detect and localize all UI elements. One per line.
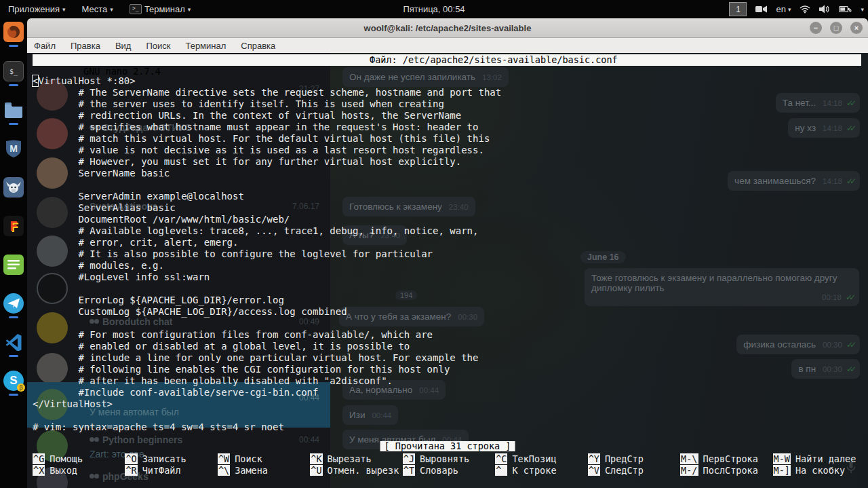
editor-text[interactable]: <VirtualHost *:80> # The ServerName dire…	[33, 75, 868, 433]
shortcut-label: Выровнять	[420, 453, 469, 464]
shortcut-label: ПредСтр	[605, 453, 644, 464]
shortcut-key: ^Y	[588, 453, 600, 464]
faraday-icon[interactable]: F	[3, 216, 24, 236]
shortcut-key: ^U	[310, 465, 322, 476]
applications-menu-label: Приложения	[8, 4, 60, 14]
shortcut-key: M-/	[680, 465, 698, 476]
workspace-indicator[interactable]: 1	[729, 2, 747, 16]
terminal-app-menu-label: Терминал	[144, 4, 185, 14]
editor-line: # redirection URLs. In the context of vi…	[33, 110, 868, 121]
nano-shortcut: ^GПомощь	[33, 453, 125, 465]
file-manager-icon[interactable]	[3, 100, 24, 120]
menu-help[interactable]: Справка	[241, 41, 275, 51]
notes-icon[interactable]	[3, 255, 24, 275]
minimize-button[interactable]: −	[810, 22, 822, 34]
editor-line: # modules, e.g.	[33, 260, 868, 271]
menu-edit[interactable]: Правка	[71, 41, 100, 51]
close-button[interactable]: ×	[850, 22, 863, 34]
desktop: { "panel": { "menus": [ {"label":"Прилож…	[0, 0, 868, 488]
editor-line: # For most configuration files from conf…	[33, 329, 868, 341]
shortcut-key: ^J	[403, 453, 415, 464]
shortcut-label: Замена	[235, 465, 268, 476]
shortcut-label: Записать	[142, 453, 186, 464]
top-panel: Приложения ▾ Места ▾ >_ Терминал ▾ Пятни…	[0, 0, 868, 18]
menu-terminal[interactable]: Терминал	[185, 41, 226, 51]
nano-shortcut: ^XВыход	[33, 465, 125, 476]
maximize-button[interactable]: □	[830, 22, 842, 34]
nano-shortcut: ^WПоиск	[218, 453, 310, 465]
terminal-window: woolf@kali: /etc/apache2/sites-available…	[27, 18, 868, 488]
shortcut-label: На скобку	[795, 465, 845, 476]
nano-shortcut: ^CТекПозиц	[495, 453, 587, 465]
shortcut-label: Выход	[50, 465, 77, 476]
nano-shortcut: M-/ПослСтрока	[680, 465, 772, 476]
nano-shortcut: ^\Замена	[218, 465, 310, 476]
terminal-viewport[interactable]: 21:27 СтудРада ФОТИУС Sveta Antipova 7.0…	[27, 53, 868, 488]
terminal-app-menu[interactable]: >_ Терминал ▾	[121, 0, 199, 18]
keyboard-layout-label: en	[776, 4, 785, 14]
shortcut-label: Найти далее	[795, 453, 856, 464]
volume-icon[interactable]	[819, 5, 830, 14]
editor-line: # It is also possible to configure the l…	[33, 248, 868, 260]
shortcut-label: Вырезать	[328, 453, 372, 464]
running-indicator	[9, 355, 18, 357]
editor-line: # after it has been globally disabled wi…	[33, 375, 868, 387]
chevron-down-icon: ▾	[110, 6, 113, 13]
telegram-icon[interactable]	[3, 293, 24, 314]
screen-recorder-icon[interactable]	[755, 5, 767, 14]
menu-search[interactable]: Поиск	[146, 41, 170, 51]
shortcut-label: К строке	[512, 465, 556, 476]
editor-line: #LogLevel info ssl:warn	[33, 271, 868, 283]
places-menu-label: Места	[82, 4, 108, 14]
shortcut-key: ^G	[33, 453, 45, 464]
editor-line: ServerAdmin example@localhost	[33, 191, 868, 202]
nano-status-message: [ Прочитана 31 строка ]	[380, 441, 515, 451]
shortcut-key: ^T	[403, 465, 415, 476]
shortcut-key: M-W	[773, 453, 791, 464]
window-menubar: Файл Правка Вид Поиск Терминал Справка	[27, 38, 868, 53]
editor-line: ErrorLog ${APACHE_LOG_DIR}/error.log	[33, 295, 868, 306]
shortcut-label: Словарь	[420, 465, 458, 476]
shortcut-label: Помощь	[50, 453, 83, 464]
editor-line: DocumentRoot /var/www/html/basic/web/	[33, 214, 868, 225]
shortcut-label: СледСтр	[605, 465, 644, 476]
places-menu[interactable]: Места ▾	[74, 0, 121, 18]
shortcut-key: ^R	[125, 465, 137, 476]
shortcut-key: M-\	[680, 453, 698, 464]
beef-icon[interactable]	[3, 177, 24, 198]
shortcut-key: M-]	[773, 465, 791, 476]
nano-shortcut: ^OЗаписать	[125, 453, 217, 465]
battery-icon[interactable]	[839, 5, 852, 14]
shortcut-key: ^V	[588, 465, 600, 476]
firefox-icon[interactable]	[3, 22, 24, 42]
wifi-icon[interactable]	[800, 5, 810, 14]
shortcut-key: ^O	[125, 453, 137, 464]
menu-view[interactable]: Вид	[115, 41, 132, 51]
editor-line: # match this virtual host. For the defau…	[33, 133, 868, 145]
nano-editor[interactable]: GNU nano 2.7.4 Файл: /etc/apache2/sites-…	[27, 53, 868, 488]
chevron-down-icon[interactable]: ▾	[861, 6, 864, 13]
window-titlebar[interactable]: woolf@kali: /etc/apache2/sites-available…	[27, 18, 868, 38]
metasploit-icon[interactable]: M	[3, 138, 24, 159]
shortcut-label: Поиск	[235, 453, 262, 464]
keyboard-layout[interactable]: en ▾	[776, 4, 791, 14]
editor-line	[33, 410, 868, 421]
editor-line: # value is not decisive as it is used as…	[33, 145, 868, 156]
menu-file[interactable]: Файл	[34, 41, 56, 51]
nano-shortcut: ^TСловарь	[403, 465, 495, 476]
editor-line: # However, you must set it for any furth…	[33, 156, 868, 168]
editor-line: # The ServerName directive sets the requ…	[33, 87, 868, 98]
editor-line: #Include conf-available/serve-cgi-bin.co…	[33, 387, 868, 398]
skype-icon[interactable]: S β	[3, 371, 24, 391]
editor-line: # include a line for only one particular…	[33, 352, 868, 364]
vscode-icon[interactable]	[3, 332, 24, 352]
running-indicator	[9, 123, 18, 125]
editor-line-text: VirtualHost *:80>	[38, 75, 135, 86]
applications-menu[interactable]: Приложения ▾	[0, 0, 74, 18]
window-title: woolf@kali: /etc/apache2/sites-available	[364, 23, 532, 33]
running-indicator	[9, 394, 18, 396]
nano-titlebar: GNU nano 2.7.4 Файл: /etc/apache2/sites-…	[33, 54, 861, 66]
editor-line: # error, crit, alert, emerg.	[33, 237, 868, 248]
terminal-icon[interactable]: $_	[3, 61, 24, 81]
chevron-down-icon: ▾	[788, 6, 791, 13]
